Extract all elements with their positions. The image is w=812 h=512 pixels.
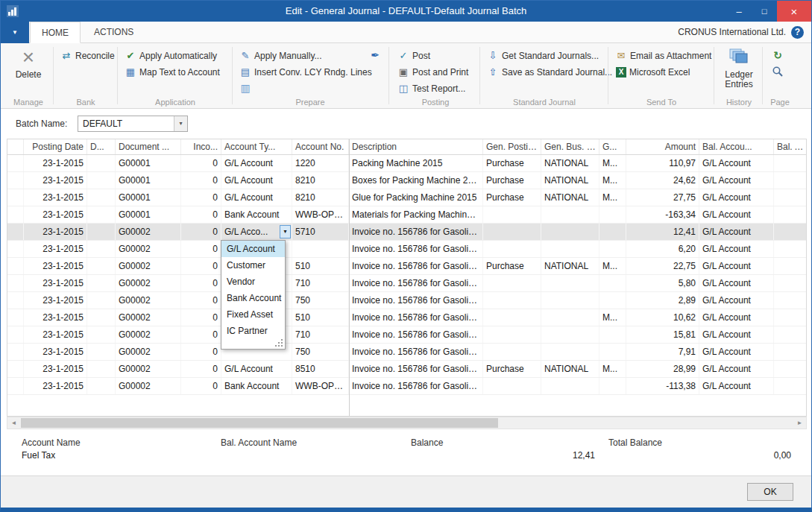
grid-cell[interactable] xyxy=(774,155,807,171)
grid-cell[interactable] xyxy=(774,326,807,343)
insert-conv-lcy-rndg-lines-button[interactable]: ▤ Insert Conv. LCY Rndg. Lines xyxy=(239,64,372,80)
grid-cell[interactable]: 0 xyxy=(181,292,221,309)
grid-cell[interactable]: G/L Account xyxy=(221,361,292,377)
grid-cell[interactable]: Bank Account xyxy=(221,206,292,223)
grid-cell[interactable]: 23-1-2015 xyxy=(24,189,87,206)
grid-cell[interactable]: 0 xyxy=(181,189,221,206)
grid-cell[interactable]: M... xyxy=(599,309,626,326)
row-selector[interactable] xyxy=(7,172,24,189)
grid-cell[interactable]: G/L Account xyxy=(699,224,774,240)
dropdown-option[interactable]: IC Partner xyxy=(221,323,285,339)
grid-cell[interactable]: 23-1-2015 xyxy=(24,378,87,394)
row-selector[interactable] xyxy=(7,258,24,274)
grid-cell[interactable] xyxy=(599,224,626,240)
grid-cell[interactable]: 750 xyxy=(292,292,349,309)
column-header[interactable]: Gen. Postin... xyxy=(483,139,541,154)
grid-cell[interactable]: 23-1-2015 xyxy=(24,361,87,377)
grid-cell[interactable]: M... xyxy=(599,361,626,377)
grid-cell[interactable]: Purchase xyxy=(483,361,541,377)
grid-cell[interactable] xyxy=(87,241,116,257)
journal-row[interactable]: 23-1-2015G000010Bank AccountWWB-OPER...M… xyxy=(7,206,806,224)
grid-cell[interactable]: 8210 xyxy=(292,189,349,206)
grid-cell[interactable]: G00001 xyxy=(116,206,181,223)
journal-row[interactable]: 23-1-2015G000010G/L Account8210Glue for … xyxy=(7,189,806,206)
grid-cell[interactable] xyxy=(541,224,599,240)
save-as-standard-journal-button[interactable]: ⇧ Save as Standard Journal... xyxy=(486,64,612,80)
grid-cell[interactable]: Boxes for Packing Machine 2015 xyxy=(349,172,483,189)
account-type-combo[interactable]: G/L Acco...▾ xyxy=(221,224,292,240)
column-header[interactable]: Inco... xyxy=(181,139,221,154)
help-icon[interactable]: ? xyxy=(791,26,804,39)
grid-cell[interactable] xyxy=(599,275,626,291)
column-header[interactable]: Bal. A... xyxy=(774,139,807,154)
get-standard-journals-button[interactable]: ⇩ Get Standard Journals... xyxy=(486,48,599,63)
journal-row[interactable]: 23-1-2015G000010G/L Account8210Boxes for… xyxy=(7,172,806,189)
grid-cell[interactable]: 0 xyxy=(181,258,221,274)
grid-cell[interactable]: Glue for Packing Machine 2015 xyxy=(349,189,483,206)
grid-cell[interactable]: G/L Account xyxy=(699,241,774,257)
email-as-attachment-button[interactable]: ✉ Email as Attachment xyxy=(614,48,711,63)
grid-cell[interactable]: NATIONAL xyxy=(541,155,599,171)
tab-actions[interactable]: ACTIONS xyxy=(83,22,145,43)
grid-cell[interactable]: 23-1-2015 xyxy=(24,326,87,343)
grid-cell[interactable] xyxy=(87,275,116,291)
grid-cell[interactable]: 2,89 xyxy=(626,292,699,309)
grid-cell[interactable]: 15,81 xyxy=(626,326,699,343)
grid-cell[interactable]: G/L Account xyxy=(221,189,292,206)
grid-cell[interactable] xyxy=(774,361,807,377)
column-header[interactable]: Amount xyxy=(626,139,699,154)
column-header[interactable]: Bal. Accou... xyxy=(699,139,774,154)
grid-cell[interactable]: 110,97 xyxy=(626,155,699,171)
grid-cell[interactable] xyxy=(87,172,116,189)
grid-cell[interactable]: 23-1-2015 xyxy=(24,206,87,223)
grid-cell[interactable]: NATIONAL xyxy=(541,361,599,377)
grid-cell[interactable] xyxy=(599,344,626,360)
grid-cell[interactable]: G/L Account xyxy=(699,344,774,360)
journal-row[interactable]: 23-1-2015G000010G/L Account1220Packing M… xyxy=(7,155,806,172)
grid-cell[interactable]: 27,75 xyxy=(626,189,699,206)
batch-dropdown-arrow-icon[interactable]: ▾ xyxy=(174,116,187,131)
grid-cell[interactable]: 0 xyxy=(181,275,221,291)
reconcile-button[interactable]: ⇄ Reconcile xyxy=(60,48,115,63)
grid-cell[interactable]: G/L Account xyxy=(699,292,774,309)
grid-cell[interactable]: 23-1-2015 xyxy=(24,224,87,240)
column-header[interactable]: Posting Date xyxy=(24,139,87,154)
grid-cell[interactable]: G/L Account xyxy=(699,361,774,377)
grid-cell[interactable] xyxy=(87,292,116,309)
grid-cell[interactable] xyxy=(599,241,626,257)
journal-row[interactable]: 23-1-2015G000020510Invoice no. 156786 fo… xyxy=(7,258,806,275)
journal-row[interactable]: 23-1-2015G000020750Invoice no. 156786 fo… xyxy=(7,292,806,309)
grid-cell[interactable] xyxy=(774,224,807,240)
grid-cell[interactable]: NATIONAL xyxy=(541,189,599,206)
grid-cell[interactable] xyxy=(774,258,807,274)
grid-cell[interactable]: Bank Account xyxy=(221,378,292,394)
grid-cell[interactable]: G00002 xyxy=(116,378,181,394)
apply-manually-button[interactable]: ✎ Apply Manually... xyxy=(239,48,322,63)
grid-cell[interactable]: Invoice no. 156786 for Gasoline 2... xyxy=(349,378,483,394)
batch-name-combobox[interactable]: DEFAULT ▾ xyxy=(78,116,188,132)
grid-cell[interactable] xyxy=(87,206,116,223)
row-selector[interactable] xyxy=(7,189,24,206)
dropdown-option[interactable]: Bank Account xyxy=(221,290,285,306)
close-button[interactable]: × xyxy=(777,1,811,22)
grid-cell[interactable] xyxy=(483,292,541,309)
test-report-button[interactable]: ◫ Test Report... xyxy=(397,80,465,96)
row-selector[interactable] xyxy=(7,224,24,240)
journal-row[interactable]: 23-1-2015G000020G/L Acco...▾5710Invoice … xyxy=(7,224,806,241)
grid-cell[interactable] xyxy=(599,206,626,223)
grid-cell[interactable] xyxy=(483,378,541,394)
grid-cell[interactable]: 0 xyxy=(181,344,221,360)
grid-cell[interactable] xyxy=(483,326,541,343)
grid-cell[interactable]: 0 xyxy=(181,172,221,189)
grid-cell[interactable] xyxy=(87,326,116,343)
grid-cell[interactable] xyxy=(774,241,807,257)
grid-cell[interactable] xyxy=(541,378,599,394)
grid-cell[interactable]: 0 xyxy=(181,326,221,343)
grid-cell[interactable]: 510 xyxy=(292,258,349,274)
grid-cell[interactable]: 510 xyxy=(292,309,349,326)
grid-cell[interactable]: 750 xyxy=(292,344,349,360)
grid-cell[interactable]: M... xyxy=(599,155,626,171)
grid-cell[interactable]: G00002 xyxy=(116,258,181,274)
grid-cell[interactable]: Invoice no. 156786 for Gasoline 2... xyxy=(349,241,483,257)
grid-cell[interactable]: G/L Account xyxy=(699,309,774,326)
